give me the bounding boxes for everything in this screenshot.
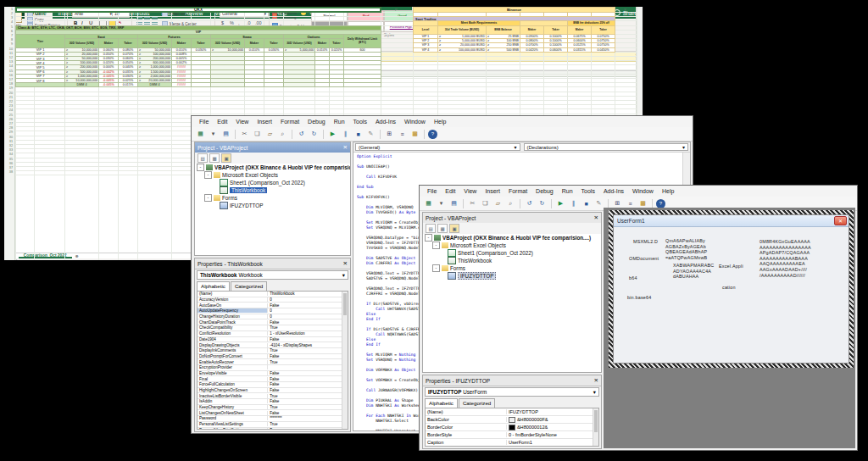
procedure-dropdown[interactable]: (Declarations)▾ [524, 143, 689, 151]
tree-expander-icon[interactable]: - [204, 194, 212, 202]
property-row[interactable]: ChangeHistoryDuration0 [198, 314, 348, 320]
vbe-menubar[interactable]: FileEditViewInsertFormatDebugRunToolsAdd… [420, 186, 857, 197]
property-row[interactable]: HighlightChangesOnScreenFalse [198, 388, 348, 394]
form-label-excel-appli[interactable]: Excel.Appli [719, 264, 743, 269]
properties-tab-categorized[interactable]: Categorized [459, 398, 495, 408]
tree-item-thisworkbook[interactable]: ThisWorkbook [423, 257, 601, 264]
tree-expander-icon[interactable]: - [197, 164, 204, 171]
tree-expander-icon[interactable]: - [432, 242, 440, 249]
menu-help[interactable]: Help [658, 188, 678, 194]
help-icon[interactable]: ? [656, 199, 665, 208]
property-row[interactable]: BorderStyle0 - fmBorderStyleNone [426, 431, 598, 439]
menu-file[interactable]: File [195, 119, 213, 125]
okx-cell[interactable] [329, 82, 344, 87]
property-row[interactable]: FinalFalse [198, 376, 348, 382]
form-label-base64-block2[interactable]: XABWAPMARABC ADYAOAA4AC4A dABUAHAA [673, 263, 714, 280]
toggle-folders-icon[interactable]: ▣ [221, 153, 231, 163]
property-row[interactable]: AutoUpdateFrequency0 [198, 308, 348, 314]
run-icon[interactable]: ▶ [327, 129, 338, 140]
properties-tab-categorized[interactable]: Categorized [231, 281, 267, 291]
menu-format[interactable]: Format [504, 188, 531, 194]
paste-icon[interactable]: ▱ [264, 129, 275, 140]
menu-view[interactable]: View [231, 119, 253, 125]
menu-insert[interactable]: Insert [253, 119, 276, 125]
paste-icon[interactable]: ▱ [492, 198, 504, 209]
view-dropdown-icon[interactable]: ▾ [436, 198, 447, 209]
menu-insert[interactable]: Insert [481, 188, 504, 194]
menu-format[interactable]: Format [276, 119, 303, 125]
okx-cell[interactable] [191, 82, 211, 87]
scrollbar-thumb[interactable] [594, 410, 598, 432]
object-combo[interactable]: ThisWorkbook Workbook ▾ [197, 270, 348, 280]
property-row[interactable]: IsAddinFalse [198, 399, 348, 405]
okx-cell[interactable]: DMM 4 [137, 82, 172, 87]
close-icon[interactable]: ✕ [594, 214, 601, 221]
property-row[interactable]: EncryptionProvider [198, 365, 348, 371]
property-row[interactable]: (Name)ThisWorkbook [198, 292, 348, 297]
tree-item-forms[interactable]: -Forms [423, 264, 601, 272]
tree-item-project[interactable]: -VBAProject (OKX Binance & Huobi VIP fee… [423, 234, 601, 242]
property-row[interactable]: (Name)IFUZYDTTOP [426, 408, 598, 416]
form-label-b64[interactable]: b64 [629, 275, 637, 281]
object-dropdown[interactable]: (General)▾ [355, 143, 520, 151]
tree-item-sheet1[interactable]: Sheet1 (Comparison_Oct 2022) [195, 179, 350, 186]
vbe-toolbar[interactable]: ▦▾▤✂❏▱⌕↺↻▶∥■✎⊞≡▩? [192, 127, 693, 142]
okx-tier-cell[interactable] [15, 82, 65, 87]
find-icon[interactable]: ⌕ [277, 129, 288, 140]
save-icon[interactable]: ▤ [220, 129, 231, 140]
reset-icon[interactable]: ■ [353, 129, 364, 140]
tree-expander-icon[interactable]: - [432, 264, 440, 272]
menu-view[interactable]: View [459, 188, 481, 194]
menu-add-ins[interactable]: Add-Ins [599, 188, 628, 194]
menu-window[interactable]: Window [628, 188, 658, 194]
property-row[interactable]: ChartDataPointTrackFalse [198, 319, 348, 325]
okx-cell[interactable]: ##### [171, 82, 192, 87]
property-row[interactable]: PersonalViewListSettingsTrue [198, 422, 348, 428]
tree-item-userform[interactable]: IFUZYDTTOP [423, 272, 601, 280]
toolbox-icon[interactable]: ▩ [409, 129, 420, 140]
property-row[interactable]: DoNotPromptForConvertFalse [198, 354, 348, 360]
cut-icon[interactable]: ✂ [467, 198, 478, 209]
project-explorer-icon[interactable]: ⊞ [384, 129, 395, 140]
properties-panel-header[interactable]: Properties - ThisWorkbook✕ [195, 258, 350, 269]
userform-titlebar[interactable]: UserForm1 ✕ [614, 215, 849, 227]
tree-item-sheet1[interactable]: Sheet1 (Comparison_Oct 2022) [423, 249, 601, 257]
toggle-folders-icon[interactable]: ▣ [449, 224, 459, 233]
property-row[interactable]: CheckCompatibilityTrue [198, 325, 348, 331]
design-mode-icon[interactable]: ✎ [365, 129, 376, 140]
form-label-cation[interactable]: cation [722, 285, 736, 291]
scrollbar-thumb[interactable] [343, 293, 347, 315]
okx-cell[interactable] [264, 82, 284, 87]
tree-expander-icon[interactable]: - [204, 171, 212, 179]
view-object-icon[interactable]: ▦ [209, 153, 220, 163]
menu-help[interactable]: Help [430, 119, 450, 125]
object-combo[interactable]: IFUZYDTTOP UserForm ▾ [425, 387, 599, 397]
row-header[interactable]: 38 [4, 170, 14, 175]
find-icon[interactable]: ⌕ [505, 198, 516, 209]
cut-icon[interactable]: ✂ [239, 129, 250, 140]
property-row[interactable]: BorderColor&H80000012& [426, 424, 598, 431]
property-row[interactable]: AutoSaveOnFalse [198, 303, 348, 308]
form-label-binbase64[interactable]: bin.base64 [627, 295, 651, 301]
form-label-base64-block3[interactable]: 0M8R4KGxGuEAAAAA AAAAAAAAAAAAAAAA APgADA… [760, 239, 811, 278]
add-sheet-icon[interactable]: ⊕ [75, 254, 79, 258]
tree-item-thisworkbook[interactable]: ThisWorkbook [195, 186, 350, 194]
close-icon[interactable]: ✕ [594, 377, 601, 384]
okx-cell[interactable] [314, 82, 330, 87]
property-row[interactable]: Password******** [198, 416, 348, 422]
reset-icon[interactable]: ■ [581, 198, 592, 209]
break-icon[interactable]: ∥ [568, 198, 579, 209]
menu-tools[interactable]: Tools [577, 188, 599, 194]
property-row[interactable]: DisplayDrawingObjects-4104 - xlDisplaySh… [198, 342, 348, 348]
copy-icon[interactable]: ❏ [252, 129, 263, 140]
view-object-icon[interactable]: ▦ [437, 224, 448, 233]
view-code-icon[interactable]: ▤ [198, 153, 208, 163]
redo-icon[interactable]: ↻ [309, 129, 320, 140]
okx-cell[interactable]: DMM 4 [64, 82, 99, 87]
vbe-menubar[interactable]: FileEditViewInsertFormatDebugRunToolsAdd… [192, 116, 693, 128]
okx-cell[interactable] [244, 82, 264, 87]
view-dropdown-icon[interactable]: ▾ [208, 129, 219, 140]
property-row[interactable]: InactiveListBorderVisibleTrue [198, 393, 348, 399]
menu-debug[interactable]: Debug [531, 188, 558, 194]
okx-cell[interactable]: -0.005% [98, 82, 119, 87]
